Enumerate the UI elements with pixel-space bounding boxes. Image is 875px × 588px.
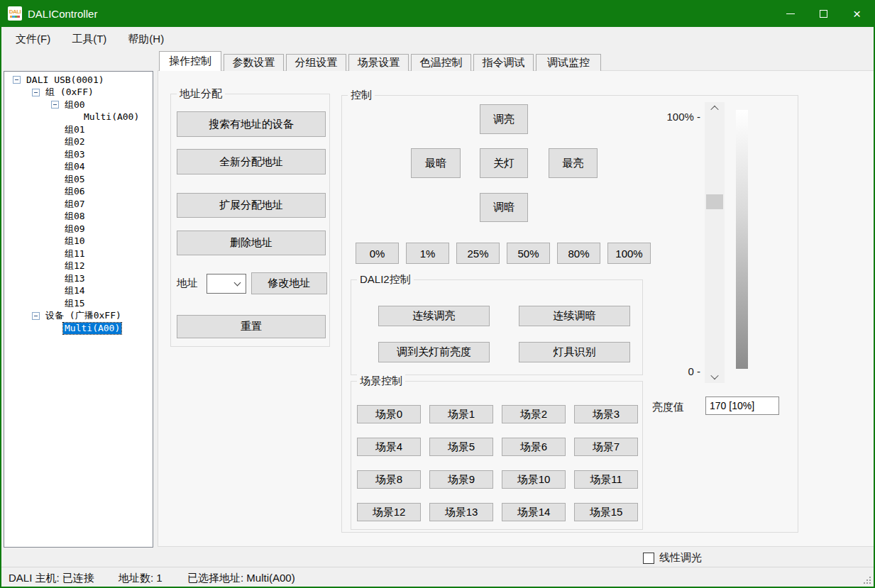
reset-button[interactable]: 重置 [177, 315, 326, 338]
tree-item-label: 组02 [63, 136, 87, 148]
dali2-button[interactable]: 调到关灯前亮度 [378, 342, 490, 362]
lights-off-button[interactable]: 关灯 [480, 148, 528, 178]
maximize-icon [820, 10, 827, 18]
tree-expander-minus-icon[interactable] [51, 101, 59, 109]
percent-button[interactable]: 100% [607, 243, 651, 264]
close-button[interactable]: × [840, 0, 874, 27]
percent-button[interactable]: 80% [557, 243, 600, 264]
tree-item-label: 设备 (广播0xFF) [44, 310, 123, 321]
tree-item[interactable]: 组15 [4, 297, 153, 310]
tree-item-label: DALI USB(0001) [25, 74, 106, 86]
tree-item-label: 组11 [63, 248, 87, 260]
dali2-button[interactable]: 连续调暗 [519, 306, 630, 326]
percent-button[interactable]: 50% [507, 243, 550, 264]
tree-item[interactable]: 组04 [4, 161, 153, 174]
tree-expander-minus-icon[interactable] [13, 76, 21, 84]
tree-item[interactable]: 组02 [4, 136, 153, 149]
brighten-button[interactable]: 调亮 [480, 104, 528, 134]
darken-button[interactable]: 调暗 [480, 193, 528, 222]
tab[interactable]: 参数设置 [224, 54, 284, 71]
scene-button[interactable]: 场景5 [429, 438, 493, 456]
brightness-scrollbar[interactable] [705, 102, 725, 383]
menu-item[interactable]: 工具(T) [63, 29, 115, 50]
tree-item-label: 组09 [63, 223, 87, 235]
scene-button[interactable]: 场景11 [574, 470, 638, 489]
scene-button[interactable]: 场景0 [357, 405, 421, 423]
modify-address-button[interactable]: 修改地址 [251, 272, 327, 294]
tree-item-label: 组 (0xFF) [44, 87, 95, 98]
scene-button[interactable]: 场景4 [357, 438, 421, 456]
tree-item[interactable]: 组08 [4, 211, 153, 223]
status-bar: DALI 主机: 已连接 地址数: 1 已选择地址: Multi(A00) [1, 567, 874, 587]
scene-button[interactable]: 场景3 [574, 405, 638, 423]
scene-button[interactable]: 场景2 [502, 405, 566, 423]
tree-item[interactable]: Multi(A00) [4, 322, 153, 335]
tree-item[interactable]: 组03 [4, 148, 153, 161]
tree-item-label: 组15 [63, 298, 87, 309]
device-tree[interactable]: DALI USB(0001) 组 (0xFF) 组00 Multi(A00) 组… [4, 71, 153, 548]
scene-button[interactable]: 场景12 [357, 503, 421, 521]
tree-item[interactable]: 组05 [4, 173, 153, 186]
scene-control-group: 场景控制 场景0 场景1 场景2 场景3 场景4 场景5 [351, 381, 643, 530]
scene-button[interactable]: 场景1 [429, 405, 493, 423]
scroll-up-button[interactable] [705, 102, 725, 115]
menu-item[interactable]: 文件(F) [7, 29, 59, 50]
tree-item[interactable]: 组09 [4, 223, 153, 235]
tree-item[interactable]: 组10 [4, 235, 153, 248]
dali2-button[interactable]: 连续调亮 [378, 306, 490, 326]
tree-item[interactable]: 组13 [4, 272, 153, 285]
menu-item[interactable]: 帮助(H) [119, 29, 172, 50]
scene-button[interactable]: 场景10 [502, 470, 566, 489]
percent-button-row: 0% 1% 25% 50% 80% 100% [356, 243, 651, 264]
resize-grip-icon[interactable] [862, 575, 871, 584]
minimize-button[interactable] [774, 0, 807, 27]
tree-item[interactable]: 组12 [4, 260, 153, 273]
tree-item[interactable]: 组00 [4, 99, 153, 111]
scrollbar-thumb[interactable] [706, 194, 723, 209]
tree-item[interactable]: 组06 [4, 186, 153, 199]
tree-item[interactable]: 组14 [4, 285, 153, 298]
tab[interactable]: 指令调试 [473, 54, 534, 71]
percent-button[interactable]: 1% [406, 243, 449, 264]
scene-button[interactable]: 场景7 [574, 438, 638, 456]
scene-button[interactable]: 场景14 [502, 503, 566, 521]
tab[interactable]: 场景设置 [348, 54, 409, 71]
tree-item[interactable]: 组11 [4, 248, 153, 260]
tree-item[interactable]: 组 (0xFF) [4, 87, 153, 99]
linear-dimming-checkbox[interactable] [643, 553, 654, 564]
tab[interactable]: 色温控制 [411, 54, 471, 71]
percent-button[interactable]: 0% [356, 243, 399, 264]
scene-button[interactable]: 场景6 [502, 438, 566, 456]
linear-dimming-row: 线性调光 [643, 551, 702, 565]
brightest-button[interactable]: 最亮 [549, 148, 598, 178]
search-addressed-devices-button[interactable]: 搜索有地址的设备 [177, 111, 326, 137]
scene-button[interactable]: 场景8 [357, 470, 421, 489]
window-title: DALIController [28, 8, 97, 20]
assign-new-addresses-button[interactable]: 全新分配地址 [177, 149, 326, 174]
tree-item-label: 组14 [63, 285, 87, 296]
tree-item[interactable]: 组07 [4, 198, 153, 211]
dali2-button[interactable]: 灯具识别 [519, 342, 630, 362]
dimmest-button[interactable]: 最暗 [411, 148, 461, 178]
scene-button[interactable]: 场景9 [429, 470, 493, 489]
brightness-value-field[interactable] [705, 396, 779, 415]
tab[interactable]: 分组设置 [286, 54, 346, 71]
percent-button[interactable]: 25% [456, 243, 500, 264]
delete-address-button[interactable]: 删除地址 [177, 231, 326, 255]
tree-item[interactable]: DALI USB(0001) [4, 74, 153, 87]
tree-expander-minus-icon[interactable] [32, 312, 40, 320]
scene-group-title: 场景控制 [357, 375, 405, 388]
scroll-down-button[interactable] [705, 370, 725, 383]
tab[interactable]: 操作控制 [159, 51, 221, 71]
extend-assign-addresses-button[interactable]: 扩展分配地址 [177, 193, 326, 218]
maximize-button[interactable] [807, 0, 840, 27]
scene-button[interactable]: 场景15 [574, 503, 638, 521]
tree-expander-minus-icon[interactable] [32, 89, 40, 96]
tree-item[interactable]: Multi(A00) [4, 111, 153, 124]
scene-button[interactable]: 场景13 [429, 503, 493, 521]
tree-item[interactable]: 组01 [4, 123, 153, 136]
tab[interactable]: 调试监控 [536, 54, 601, 71]
tree-item-label: 组10 [63, 235, 87, 247]
address-combobox[interactable] [207, 274, 246, 294]
tree-item[interactable]: 设备 (广播0xFF) [4, 310, 153, 323]
